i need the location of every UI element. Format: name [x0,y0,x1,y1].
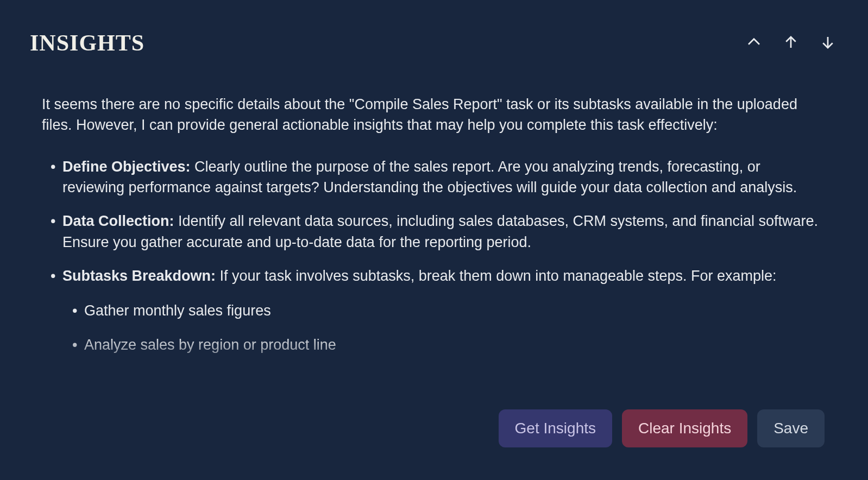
insights-panel: INSIGHTS It seems there are no specific … [0,0,868,480]
list-item: Subtasks Breakdown: If your task involve… [62,266,826,355]
sub-list-item: Gather monthly sales figures [84,300,826,321]
list-item: Data Collection: Identify all relevant d… [62,211,826,252]
item-body: Identify all relevant data sources, incl… [62,213,818,250]
item-title: Define Objectives: [62,159,191,175]
panel-title: INSIGHTS [30,30,144,56]
intro-text: It seems there are no specific details a… [42,94,826,136]
clear-insights-button[interactable]: Clear Insights [622,409,747,447]
sub-list: Gather monthly sales figures Analyze sal… [62,300,826,355]
insight-list: Define Objectives: Clearly outline the p… [42,156,826,355]
insights-content: It seems there are no specific details a… [30,94,838,395]
arrow-down-icon [820,34,836,52]
item-body: If your task involves subtasks, break th… [216,268,777,284]
list-item: Define Objectives: Clearly outline the p… [62,156,826,198]
get-insights-button[interactable]: Get Insights [499,409,612,447]
move-down-button[interactable] [817,32,838,54]
item-title: Subtasks Breakdown: [62,268,216,284]
panel-header: INSIGHTS [30,30,838,56]
sub-list-item: Analyze sales by region or product line [84,334,826,355]
arrow-up-icon [783,34,799,52]
chevron-up-icon [746,34,762,52]
save-button[interactable]: Save [757,409,825,447]
collapse-button[interactable] [744,32,764,54]
item-title: Data Collection: [62,213,174,229]
header-controls [744,32,838,54]
move-up-button[interactable] [781,32,801,54]
action-bar: Get Insights Clear Insights Save [499,409,825,447]
